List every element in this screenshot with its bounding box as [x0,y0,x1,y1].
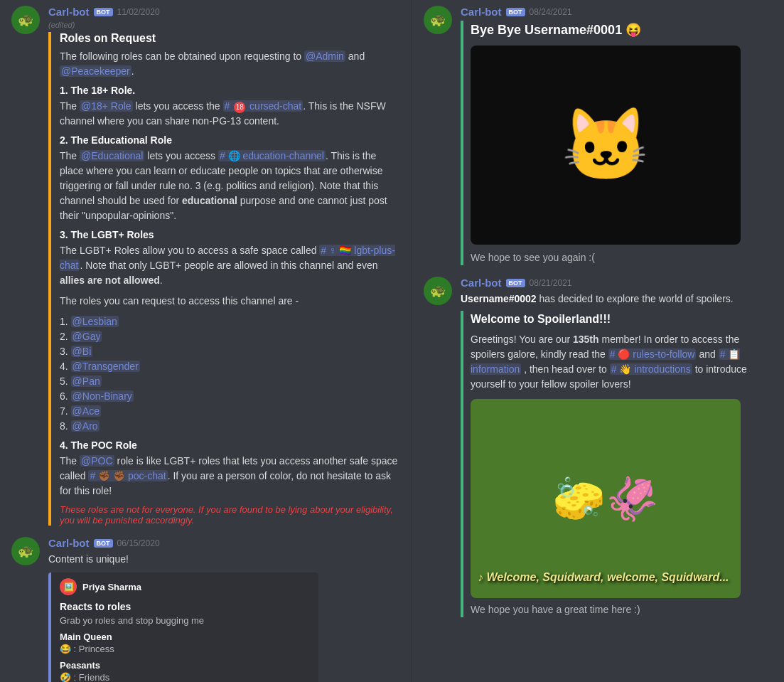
sponge-overlay-text: ♪ Welcome, Squidward, welcome, Squidward… [478,571,729,584]
roles-title: Roles on Request [60,32,400,45]
poc-channel-mention[interactable]: # ✊🏾 ✊🏾 poc-chat [88,470,167,481]
message-content-right-2: Carl-bot BOT 08/21/2021 Username#0002 ha… [461,277,773,617]
role-gay[interactable]: @Gay [71,331,102,342]
embed-title: Reacts to roles [60,601,310,612]
message-header-1: Carl-bot BOT 11/02/2020 [48,6,400,18]
spoilerland-body: Greetings! You are our 135th member! In … [471,332,773,392]
username-carlbot-right-2: Carl-bot [461,277,502,289]
embed-field1-name: Main Queen [60,632,310,642]
bot-badge-1: BOT [94,8,113,16]
section-18-heading: 1. The 18+ Role. [60,85,400,96]
left-chat-panel: 🐢 Carl-bot BOT 11/02/2020 (edited) Roles… [0,0,412,682]
spoilerland-title: Welcome to Spoilerland!!! [471,311,773,328]
section-edu-text: The @Educational lets you access # 🌐 edu… [60,149,400,223]
bye-bye-border: Bye Bye Username#0001 😝 🐱 We hope to see… [461,21,773,265]
role-bi[interactable]: @Bi [71,346,93,357]
username-carlbot-right-1: Carl-bot [461,6,502,18]
rules-channel[interactable]: # 🔴 rules-to-follow [608,348,697,360]
intro-channel[interactable]: # 👋 introductions [610,363,692,375]
sponge-caption: We hope you have a great time here :) [471,602,773,617]
lgbt-channel-mention[interactable]: # ♀️ 🏳️‍🌈 lgbt-plus-chat [60,245,395,271]
bye-bye-caption: We hope to see you again :( [471,250,773,265]
role-transgender[interactable]: @Transgender [71,361,140,372]
right-chat-panel: 🐢 Carl-bot BOT 08/24/2021 Bye Bye Userna… [412,0,784,682]
admin-mention[interactable]: @Admin [304,50,345,62]
sponge-image: 🧽🦑 ♪ Welcome, Squidward, welcome, Squidw… [471,399,741,598]
peacekeeper-mention[interactable]: @Peacekeeper [60,65,131,77]
bye-bye-title: Bye Bye Username#0001 😝 [471,21,773,40]
roles-content-box: Roles on Request The following roles can… [48,32,400,526]
message-spoilerland: 🐢 Carl-bot BOT 08/21/2021 Username#0002 … [412,271,784,623]
content-unique-text: Content is unique! [48,552,400,567]
role-edu-mention[interactable]: @Educational [80,150,144,161]
timestamp-right-1: 08/24/2021 [530,7,572,17]
avatar-carlbot-2: 🐢 [11,537,40,565]
role-nonbinary[interactable]: @Non-Binary [71,390,134,402]
spoilerland-pre-text: Username#0002 has decided to explore the… [461,292,773,307]
message-header-2: Carl-bot BOT 06/15/2020 [48,537,400,549]
section-poc-text: The @POC role is like LGBT+ roles that l… [60,454,400,499]
avatar-carlbot-right-2: 🐢 [424,277,452,305]
timestamp-1: 11/02/2020 [117,7,160,17]
message-header-right-2: Carl-bot BOT 08/21/2021 [461,277,773,289]
message-content-unique: 🐢 Carl-bot BOT 06/15/2020 Content is uni… [0,531,412,682]
role-aro[interactable]: @Aro [71,420,100,432]
embed-priya-sharma: 🖼️ Priya Sharma Reacts to roles Grab yo … [48,572,318,682]
section-lgbt-roles: 1. @Lesbian 2. @Gay 3. @Bi 4. @Transgend… [60,314,400,434]
message-content-2: Carl-bot BOT 06/15/2020 Content is uniqu… [48,537,400,682]
role-18-mention[interactable]: @18+ Role [80,100,133,112]
role-ace[interactable]: @Ace [71,405,101,417]
message-roles-on-request: 🐢 Carl-bot BOT 11/02/2020 (edited) Roles… [0,0,412,531]
cursed-chat-channel[interactable]: # 18 cursed-chat [223,100,304,112]
embed-field2-name: Peasants [60,660,310,671]
username-carlbot-2: Carl-bot [48,537,90,549]
spoilerland-border: Welcome to Spoilerland!!! Greetings! You… [461,311,773,617]
timestamp-right-2: 08/21/2021 [530,278,572,288]
username-carlbot-1: Carl-bot [48,6,90,18]
bot-badge-2: BOT [94,539,113,548]
embed-field1-value: 😂 : Princess [60,644,310,654]
roles-intro: The following roles can be obtained upon… [60,49,400,79]
section-edu-heading: 2. The Educational Role [60,134,400,146]
role-poc-mention[interactable]: @POC [80,455,114,467]
section-lgbt-text: The LGBT+ Roles allow you to access a sa… [60,243,400,288]
section-lgbt-list-intro: The roles you can request to access this… [60,294,400,309]
edu-channel-mention[interactable]: # 🌐 education-channel [218,150,326,161]
embed-author-avatar: 🖼️ [60,578,77,595]
warning-text: These roles are not for everyone. If you… [60,504,400,526]
bot-badge-right-2: BOT [506,279,525,287]
role-pan[interactable]: @Pan [71,375,102,387]
embed-author: 🖼️ Priya Sharma [60,578,310,595]
avatar-carlbot-right-1: 🐢 [424,6,452,34]
message-content-1: Carl-bot BOT 11/02/2020 (edited) Roles o… [48,6,400,526]
edited-tag-1: (edited) [48,21,400,29]
message-bye-bye: 🐢 Carl-bot BOT 08/24/2021 Bye Bye Userna… [412,0,784,271]
embed-description: Grab yo roles and stop bugging me [60,615,310,626]
avatar-carlbot-1: 🐢 [11,6,40,34]
message-content-right-1: Carl-bot BOT 08/24/2021 Bye Bye Username… [461,6,773,265]
role-lesbian[interactable]: @Lesbian [71,316,119,327]
message-header-right-1: Carl-bot BOT 08/24/2021 [461,6,773,18]
bot-badge-right-1: BOT [506,8,525,16]
cat-image: 🐱 [471,46,741,245]
embed-author-name: Priya Sharma [82,582,141,592]
timestamp-2: 06/15/2020 [117,538,160,548]
section-18-text: The @18+ Role lets you access the # 18 c… [60,99,400,129]
embed-field2-value: 🤣 : Friends [60,672,310,682]
section-lgbt-heading: 3. The LGBT+ Roles [60,229,400,240]
section-poc-heading: 4. The POC Role [60,439,400,451]
